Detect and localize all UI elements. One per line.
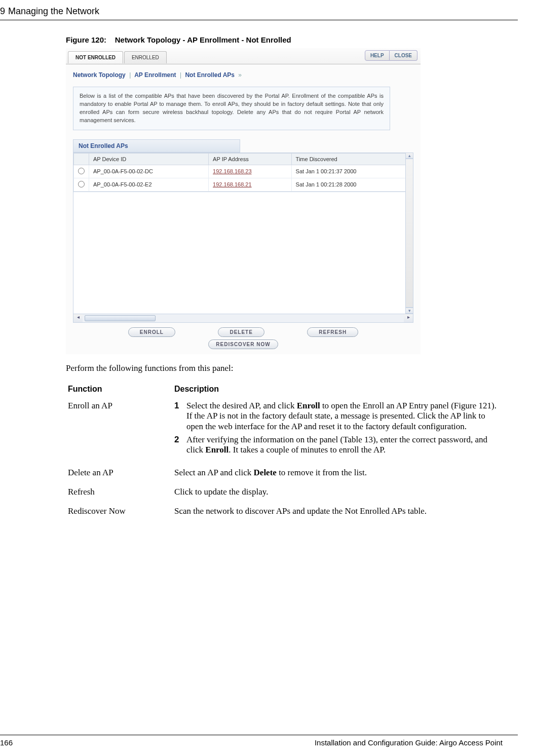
cell-device-id: AP_00-0A-F5-00-02-E2 bbox=[89, 178, 209, 191]
table-row: AP_00-0A-F5-00-02-E2 192.168.168.21 Sat … bbox=[74, 178, 413, 191]
step-text: After verifying the information on the p… bbox=[186, 435, 502, 456]
fn-name: Enroll an AP bbox=[66, 397, 172, 464]
bold-word: Enroll bbox=[205, 445, 229, 455]
scroll-track[interactable] bbox=[156, 314, 404, 322]
tab-not-enrolled[interactable]: NOT ENROLLED bbox=[68, 51, 123, 63]
refresh-button[interactable]: REFRESH bbox=[307, 327, 358, 337]
help-close-group: HELP CLOSE bbox=[365, 50, 417, 61]
t: to remove it from the list. bbox=[277, 468, 367, 477]
breadcrumb-part: Network Topology bbox=[73, 71, 126, 79]
breadcrumb-tail-icon: » bbox=[236, 71, 244, 79]
chapter-title: Managing the Network bbox=[8, 6, 99, 17]
fn-name: Rediscover Now bbox=[66, 502, 172, 521]
delete-button[interactable]: DELETE bbox=[218, 327, 264, 337]
section-title-not-enrolled: Not Enrolled APs bbox=[73, 139, 240, 153]
scroll-thumb[interactable] bbox=[85, 315, 156, 321]
table-row: Enroll an AP 1 Select the desired AP, an… bbox=[66, 397, 504, 464]
doc-title: Installation and Configuration Guide: Ai… bbox=[315, 738, 503, 747]
action-button-row: ENROLL DELETE REFRESH bbox=[66, 323, 421, 339]
vertical-scrollbar[interactable]: ▴ ▾ bbox=[405, 153, 413, 314]
fn-desc: 1 Select the desired AP, and click Enrol… bbox=[172, 397, 504, 464]
chapter-number: 9 bbox=[0, 6, 5, 17]
fn-desc: Scan the network to discover APs and upd… bbox=[172, 502, 504, 521]
cell-ip-link[interactable]: 192.168.168.23 bbox=[213, 168, 251, 174]
fn-desc: Click to update the display. bbox=[172, 483, 504, 502]
tab-bar: NOT ENROLLED ENROLLED HELP CLOSE bbox=[66, 48, 421, 64]
figure-label: Figure 120: bbox=[66, 35, 106, 44]
cell-time: Sat Jan 1 00:21:28 2000 bbox=[291, 178, 412, 191]
fn-desc: Select an AP and click Delete to remove … bbox=[172, 464, 504, 483]
page-header: 9 Managing the Network bbox=[0, 0, 518, 20]
breadcrumb-sep: | bbox=[127, 71, 133, 79]
breadcrumb-sep: | bbox=[178, 71, 183, 79]
row-radio[interactable] bbox=[78, 168, 85, 174]
table-empty-area bbox=[73, 192, 413, 314]
page-number: 166 bbox=[0, 738, 13, 747]
fn-name: Delete an AP bbox=[66, 464, 172, 483]
scroll-up-icon[interactable]: ▴ bbox=[405, 153, 413, 159]
bold-word: Enroll bbox=[297, 401, 320, 410]
screenshot-panel: NOT ENROLLED ENROLLED HELP CLOSE Network… bbox=[66, 48, 421, 354]
cell-ip-link[interactable]: 192.168.168.21 bbox=[213, 181, 251, 187]
rediscover-now-button[interactable]: REDISCOVER NOW bbox=[208, 339, 278, 349]
tab-enrolled[interactable]: ENROLLED bbox=[124, 51, 167, 63]
not-enrolled-aps-table: AP Device ID AP IP Address Time Discover… bbox=[73, 153, 413, 192]
col-time: Time Discovered bbox=[291, 153, 412, 165]
col-ip: AP IP Address bbox=[209, 153, 291, 165]
step-text: Select the desired AP, and click Enroll … bbox=[186, 401, 502, 432]
col-device-id: AP Device ID bbox=[89, 153, 209, 165]
col-description: Description bbox=[172, 382, 504, 397]
horizontal-scrollbar[interactable]: ◂ ▸ bbox=[73, 314, 413, 323]
step-number: 1 bbox=[174, 401, 186, 432]
bold-word: Delete bbox=[254, 468, 277, 477]
scroll-left-icon[interactable]: ◂ bbox=[73, 314, 83, 322]
cell-time: Sat Jan 1 00:21:37 2000 bbox=[291, 165, 412, 178]
breadcrumb-part: AP Enrollment bbox=[134, 71, 176, 79]
intro-paragraph: Perform the following functions from thi… bbox=[66, 363, 513, 373]
scroll-right-icon[interactable]: ▸ bbox=[404, 314, 413, 322]
t: Select an AP and click bbox=[174, 468, 254, 477]
page-footer: 166 Installation and Configuration Guide… bbox=[0, 735, 518, 747]
table-row: AP_00-0A-F5-00-02-DC 192.168.168.23 Sat … bbox=[74, 165, 413, 178]
table-row: Delete an AP Select an AP and click Dele… bbox=[66, 464, 504, 483]
info-box: Below is a list of the compatible APs th… bbox=[73, 87, 390, 130]
breadcrumb-part: Not Enrolled APs bbox=[185, 71, 235, 79]
col-select bbox=[74, 153, 89, 165]
figure-title: Network Topology - AP Enrollment - Not E… bbox=[115, 35, 291, 44]
col-function: Function bbox=[66, 382, 172, 397]
row-radio[interactable] bbox=[78, 181, 85, 187]
fn-name: Refresh bbox=[66, 483, 172, 502]
functions-table: Function Description Enroll an AP 1 Sele… bbox=[66, 382, 504, 521]
figure-caption: Figure 120: Network Topology - AP Enroll… bbox=[66, 35, 533, 44]
help-button[interactable]: HELP bbox=[365, 50, 390, 61]
scroll-down-icon[interactable]: ▾ bbox=[405, 308, 413, 314]
t: . It takes a couple of minutes to enroll… bbox=[229, 445, 386, 455]
breadcrumb: Network Topology | AP Enrollment | Not E… bbox=[66, 64, 421, 82]
cell-device-id: AP_00-0A-F5-00-02-DC bbox=[89, 165, 209, 178]
step-number: 2 bbox=[174, 435, 186, 456]
close-button[interactable]: CLOSE bbox=[390, 50, 417, 61]
enroll-button[interactable]: ENROLL bbox=[128, 327, 175, 337]
table-row: Refresh Click to update the display. bbox=[66, 483, 504, 502]
table-row: Rediscover Now Scan the network to disco… bbox=[66, 502, 504, 521]
scroll-track[interactable] bbox=[405, 159, 413, 308]
not-enrolled-table-wrap: AP Device ID AP IP Address Time Discover… bbox=[73, 153, 413, 192]
action-button-row-2: REDISCOVER NOW bbox=[66, 339, 421, 354]
t: Select the desired AP, and click bbox=[186, 401, 297, 410]
